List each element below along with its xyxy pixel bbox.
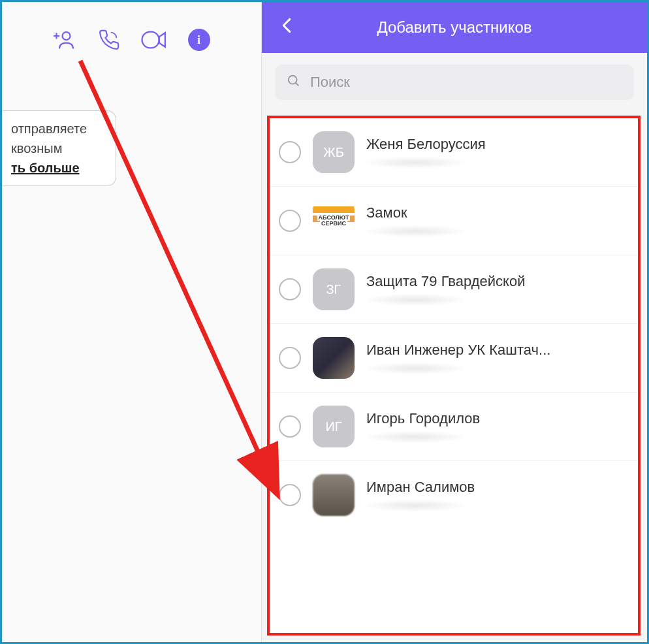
avatar	[313, 337, 355, 379]
contact-checkbox[interactable]	[279, 347, 301, 369]
contact-info: Защита 79 Гвардейской	[366, 273, 627, 306]
contact-name: Защита 79 Гвардейской	[366, 273, 627, 290]
app-container: i отправляете квозным ть больше	[0, 0, 649, 644]
contact-row[interactable]: ИГ Игорь Городилов	[270, 393, 638, 461]
back-button[interactable]	[275, 11, 298, 44]
contact-name: Женя Белоруссия	[366, 136, 627, 153]
contact-info: Замок	[366, 204, 627, 237]
svg-point-6	[289, 76, 297, 84]
contact-phone-blurred	[366, 362, 464, 374]
search-input[interactable]	[310, 74, 622, 91]
contact-name: Замок	[366, 204, 627, 221]
contact-checkbox[interactable]	[279, 278, 301, 300]
svg-rect-3	[142, 32, 159, 48]
avatar: ИГ	[313, 406, 355, 447]
snippet-line: квозным	[11, 138, 106, 158]
toolbar: i	[2, 2, 261, 65]
avatar-initials: ЗГ	[326, 282, 341, 297]
avatar	[313, 474, 355, 516]
contact-checkbox[interactable]	[279, 210, 301, 232]
search-box[interactable]	[275, 65, 634, 100]
avatar: ЖБ	[313, 131, 355, 173]
contact-phone-blurred	[366, 431, 464, 443]
contact-row[interactable]: Имран Салимов	[270, 461, 638, 529]
svg-point-0	[62, 32, 70, 40]
contact-phone-blurred	[366, 294, 464, 306]
contact-row[interactable]: ЖБ Женя Белоруссия	[270, 118, 638, 187]
contact-checkbox[interactable]	[279, 141, 301, 163]
contact-row[interactable]: ЗГ Защита 79 Гвардейской	[270, 255, 638, 324]
search-icon	[287, 74, 301, 91]
contact-row[interactable]: Иван Инженер УК Каштач...	[270, 324, 638, 393]
learn-more-link[interactable]: ть больше	[11, 158, 106, 178]
encryption-notice: отправляете квозным ть больше	[2, 110, 116, 186]
avatar: АБСОЛЮТ СЕРВИС	[313, 200, 355, 242]
contact-info: Иван Инженер УК Каштач...	[366, 342, 627, 374]
avatar-initials: ЖБ	[323, 145, 344, 160]
contact-phone-blurred	[366, 157, 464, 169]
contact-phone-blurred	[366, 500, 464, 511]
avatar-initials: ИГ	[325, 419, 341, 434]
contact-name: Иван Инженер УК Каштач...	[366, 342, 627, 359]
avatar: ЗГ	[313, 268, 355, 310]
contact-checkbox[interactable]	[279, 484, 301, 506]
contact-checkbox[interactable]	[279, 415, 301, 438]
contacts-list: ЖБ Женя Белоруссия АБСОЛЮТ СЕРВИС Замок	[267, 116, 641, 636]
contact-info: Игорь Городилов	[366, 410, 627, 443]
contact-info: Имран Салимов	[366, 479, 627, 511]
info-icon[interactable]: i	[188, 29, 210, 51]
contact-name: Игорь Городилов	[366, 410, 627, 427]
avatar-logo-bottom: СЕРВИС	[320, 221, 347, 227]
right-pane: Добавить участников ЖБ Женя Белоруссия	[262, 2, 647, 642]
contact-row[interactable]: АБСОЛЮТ СЕРВИС Замок	[270, 187, 638, 255]
panel-title: Добавить участников	[275, 18, 634, 37]
svg-line-7	[296, 83, 299, 86]
phone-icon[interactable]	[98, 29, 120, 51]
contact-name: Имран Салимов	[366, 479, 627, 496]
left-pane: i отправляете квозным ть больше	[2, 2, 262, 642]
panel-header: Добавить участников	[262, 2, 647, 53]
contact-info: Женя Белоруссия	[366, 136, 627, 169]
snippet-line: отправляете	[11, 119, 106, 138]
contact-phone-blurred	[366, 225, 464, 237]
add-user-icon[interactable]	[54, 28, 77, 52]
video-icon[interactable]	[141, 29, 167, 51]
